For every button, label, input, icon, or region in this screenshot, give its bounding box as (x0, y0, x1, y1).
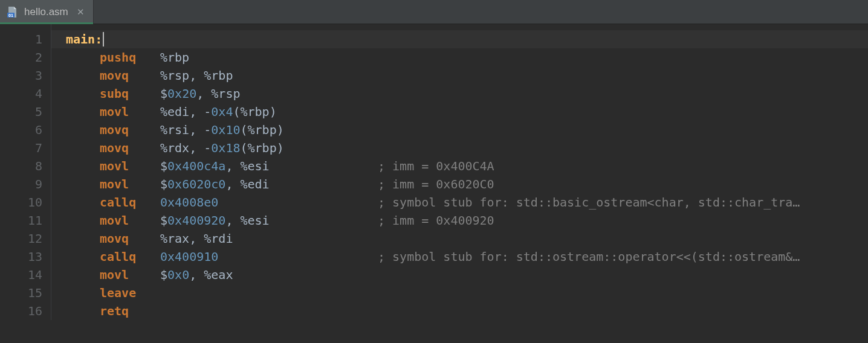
asm-register: %rax (160, 231, 189, 246)
asm-operands: %rax, %rdi (160, 229, 378, 248)
asm-mnemonic: movq (100, 121, 160, 139)
asm-register: %rbp (160, 50, 189, 65)
tab-bar: 01 hello.asm ✕ (0, 0, 868, 24)
asm-hex: 0x400920 (167, 213, 225, 228)
asm-hex: 0x4008e0 (160, 195, 218, 210)
asm-register: %edi (240, 177, 269, 191)
asm-punct: , - (189, 141, 211, 155)
asm-register: %rsi (160, 123, 189, 137)
code-line[interactable]: movl$0x0, %eax (51, 266, 868, 284)
line-number: 5 (0, 103, 42, 121)
code-line[interactable]: movq%rax, %rdi (51, 229, 868, 248)
asm-mnemonic: callq (100, 193, 160, 211)
asm-mnemonic: retq (100, 302, 160, 320)
code-line[interactable]: movq%rsp, %rbp (51, 66, 868, 85)
asm-register: %rbp (240, 104, 269, 119)
code-line[interactable]: callq0x400910; symbol stub for: std::ost… (51, 248, 868, 266)
code-line[interactable]: callq0x4008e0; symbol stub for: std::bas… (51, 193, 868, 211)
asm-hex: 0x6020c0 (167, 177, 225, 191)
asm-comment: ; imm = 0x400C4A (378, 159, 494, 173)
asm-register: %esi (240, 213, 269, 228)
asm-hex: 0x4 (211, 104, 233, 119)
asm-mnemonic: movl (100, 103, 160, 121)
line-number: 15 (0, 284, 42, 302)
asm-hex: 0x0 (167, 268, 189, 282)
asm-punct: $ (160, 177, 167, 191)
editor-area[interactable]: 12345678910111213141516 main:pushq%rbpmo… (0, 24, 868, 343)
asm-punct: ) (277, 141, 284, 155)
asm-punct: ( (233, 104, 240, 119)
asm-operands: %edi, -0x4(%rbp) (160, 103, 378, 121)
asm-mnemonic: movq (100, 66, 160, 85)
asm-register: %rbp (204, 68, 233, 83)
code-line[interactable]: leave (51, 284, 868, 302)
asm-register: %rdi (204, 231, 233, 246)
asm-hex: 0x400c4a (167, 159, 225, 173)
asm-mnemonic: movl (100, 157, 160, 175)
asm-mnemonic: leave (100, 284, 160, 302)
line-number: 7 (0, 139, 42, 157)
line-number: 11 (0, 211, 42, 229)
asm-hex: 0x10 (211, 123, 240, 137)
code-line[interactable]: movl$0x400920, %esi; imm = 0x400920 (51, 211, 868, 229)
asm-mnemonic: movl (100, 266, 160, 284)
asm-mnemonic: movl (100, 211, 160, 229)
asm-operands: $0x0, %eax (160, 266, 378, 284)
line-number: 12 (0, 229, 42, 248)
asm-operands: %rsp, %rbp (160, 66, 378, 85)
asm-punct: $ (160, 159, 167, 173)
asm-mnemonic: movq (100, 229, 160, 248)
asm-punct: $ (160, 213, 167, 228)
asm-register: %eax (204, 268, 233, 282)
line-number: 9 (0, 175, 42, 193)
code-line[interactable]: movl%edi, -0x4(%rbp) (51, 103, 868, 121)
asm-operands: %rsi, -0x10(%rbp) (160, 121, 378, 139)
asm-register: %rsp (211, 86, 240, 101)
line-number-gutter: 12345678910111213141516 (0, 24, 51, 320)
asm-hex: 0x400910 (160, 249, 218, 264)
asm-register: %esi (240, 159, 269, 173)
line-number: 10 (0, 193, 42, 211)
code-line[interactable]: pushq%rbp (51, 48, 868, 66)
line-number: 2 (0, 48, 42, 66)
text-caret (103, 32, 104, 46)
asm-punct: ( (240, 141, 247, 155)
close-icon[interactable]: ✕ (74, 7, 85, 18)
asm-punct: , (225, 159, 240, 173)
asm-punct: ( (240, 123, 247, 137)
asm-punct: , (225, 213, 240, 228)
code-line[interactable]: movl$0x6020c0, %edi; imm = 0x6020C0 (51, 175, 868, 193)
asm-mnemonic: pushq (100, 48, 160, 66)
asm-comment: ; imm = 0x6020C0 (378, 177, 494, 191)
code-line[interactable]: main: (51, 30, 868, 48)
asm-register: %rsp (160, 68, 189, 83)
asm-punct: , (189, 268, 204, 282)
asm-operands: %rdx, -0x18(%rbp) (160, 139, 378, 157)
asm-comment: ; symbol stub for: std::ostream::operato… (378, 249, 800, 264)
asm-comment: ; symbol stub for: std::basic_ostream<ch… (378, 195, 800, 210)
line-number: 8 (0, 157, 42, 175)
svg-text:01: 01 (8, 13, 13, 17)
line-number: 6 (0, 121, 42, 139)
asm-punct: , (225, 177, 240, 191)
line-number: 13 (0, 248, 42, 266)
code-line[interactable]: movq%rsi, -0x10(%rbp) (51, 121, 868, 139)
asm-punct: , - (189, 123, 211, 137)
code-line[interactable]: subq$0x20, %rsp (51, 85, 868, 103)
code-line[interactable]: movl$0x400c4a, %esi; imm = 0x400C4A (51, 157, 868, 175)
asm-punct: ) (270, 104, 277, 119)
line-number: 1 (0, 30, 42, 48)
code-line[interactable]: retq (51, 302, 868, 320)
asm-operands: $0x20, %rsp (160, 85, 378, 103)
asm-operands: %rbp (160, 48, 378, 66)
asm-mnemonic: movq (100, 139, 160, 157)
asm-label: main: (66, 32, 102, 46)
line-number: 3 (0, 66, 42, 85)
line-number: 14 (0, 266, 42, 284)
code-content[interactable]: main:pushq%rbpmovq%rsp, %rbpsubq$0x20, %… (51, 24, 868, 320)
asm-punct: , (189, 231, 204, 246)
asm-file-icon: 01 (6, 6, 18, 18)
tab-hello-asm[interactable]: 01 hello.asm ✕ (0, 0, 94, 24)
code-line[interactable]: movq%rdx, -0x18(%rbp) (51, 139, 868, 157)
asm-mnemonic: callq (100, 248, 160, 266)
